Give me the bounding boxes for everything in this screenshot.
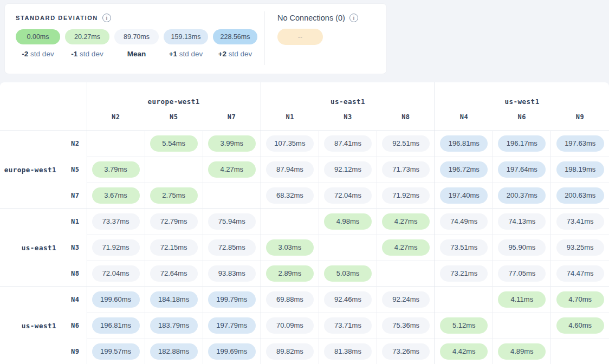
latency-cell: 200.37ms xyxy=(493,183,551,209)
latency-value-pill: 72.85ms xyxy=(208,239,256,256)
latency-value-pill: 70.09ms xyxy=(266,317,314,334)
row-node-header: N3 xyxy=(61,235,87,261)
latency-value-pill: 75.94ms xyxy=(208,213,256,230)
latency-value-pill: 184.18ms xyxy=(150,291,198,308)
latency-cell: 3.03ms xyxy=(261,235,319,261)
latency-cell: 74.47ms xyxy=(551,261,609,287)
latency-value-pill: 72.64ms xyxy=(150,265,198,282)
latency-value-pill: 73.21ms xyxy=(440,265,488,282)
latency-value-pill: 74.49ms xyxy=(440,213,488,230)
latency-value-pill: 199.57ms xyxy=(92,343,140,360)
latency-matrix-panel: europe-west1us-east1us-west1N2N5N7N1N3N8… xyxy=(0,82,609,364)
latency-value-pill: 200.63ms xyxy=(556,187,604,204)
latency-value-pill: 4.70ms xyxy=(556,291,604,308)
latency-cell: 198.19ms xyxy=(551,157,609,183)
legend-pill-label: Mean xyxy=(114,50,159,58)
row-node-header: N1 xyxy=(61,209,87,235)
latency-cell xyxy=(203,183,261,209)
latency-value-pill: 197.40ms xyxy=(440,187,488,204)
latency-cell: 183.79ms xyxy=(145,313,203,339)
latency-cell: 107.35ms xyxy=(261,131,319,157)
legend-pills: 0.00ms20.27ms89.70ms159.13ms228.56ms xyxy=(16,29,264,44)
latency-value-pill: 197.64ms xyxy=(498,161,546,178)
latency-cell: 200.63ms xyxy=(551,183,609,209)
latency-value-pill: 3.99ms xyxy=(208,135,256,152)
latency-cell: 87.41ms xyxy=(319,131,377,157)
latency-cell xyxy=(551,339,609,364)
latency-value-pill: 4.89ms xyxy=(498,343,546,360)
latency-cell xyxy=(145,157,203,183)
info-icon[interactable]: i xyxy=(349,14,358,22)
latency-value-pill: 73.26ms xyxy=(382,343,430,360)
column-node-header: N3 xyxy=(319,112,377,131)
latency-cell: 196.81ms xyxy=(87,313,145,339)
legend-pill-label: -1 std dev xyxy=(65,50,109,58)
latency-cell xyxy=(435,287,493,313)
column-node-header: N8 xyxy=(377,112,435,131)
latency-cell: 2.89ms xyxy=(261,261,319,287)
latency-cell xyxy=(319,235,377,261)
legend-pill-label: +2 std dev xyxy=(213,50,257,58)
row-node-header: N7 xyxy=(61,183,87,209)
latency-cell: 73.51ms xyxy=(435,235,493,261)
legend-pill-label: +1 std dev xyxy=(164,50,208,58)
latency-value-pill: 92.12ms xyxy=(324,161,372,178)
latency-cell: 93.83ms xyxy=(203,261,261,287)
latency-value-pill: 198.19ms xyxy=(556,161,604,178)
latency-cell: 182.88ms xyxy=(145,339,203,364)
latency-value-pill: 199.79ms xyxy=(208,291,256,308)
latency-value-pill: 89.82ms xyxy=(266,343,314,360)
latency-cell xyxy=(87,131,145,157)
latency-cell: 2.75ms xyxy=(145,183,203,209)
row-group-region: us-west1 xyxy=(0,287,61,364)
row-node-header: N5 xyxy=(61,157,87,183)
info-icon[interactable]: i xyxy=(102,14,111,22)
latency-value-pill: 72.15ms xyxy=(150,239,198,256)
latency-value-pill: 72.04ms xyxy=(324,187,372,204)
latency-value-pill: 93.83ms xyxy=(208,265,256,282)
latency-value-pill: 197.79ms xyxy=(208,317,256,334)
column-group-region: us-west1 xyxy=(435,82,609,112)
latency-value-pill: 4.42ms xyxy=(440,343,488,360)
latency-value-pill: 196.72ms xyxy=(440,161,488,178)
latency-cell: 197.64ms xyxy=(493,157,551,183)
row-node-header: N2 xyxy=(61,131,87,157)
latency-cell: 184.18ms xyxy=(145,287,203,313)
row-node-header: N6 xyxy=(61,313,87,339)
latency-value-pill: 73.51ms xyxy=(440,239,488,256)
latency-cell: 72.79ms xyxy=(145,209,203,235)
latency-cell: 3.79ms xyxy=(87,157,145,183)
matrix-row: N872.04ms72.64ms93.83ms2.89ms5.03ms73.21… xyxy=(0,261,609,287)
latency-cell: 196.72ms xyxy=(435,157,493,183)
latency-value-pill: 5.12ms xyxy=(440,317,488,334)
latency-cell: 197.63ms xyxy=(551,131,609,157)
latency-cell: 71.92ms xyxy=(87,235,145,261)
latency-value-pill: 4.27ms xyxy=(382,213,430,230)
latency-value-pill: 71.92ms xyxy=(382,187,430,204)
matrix-row: N73.67ms2.75ms68.32ms72.04ms71.92ms197.4… xyxy=(0,183,609,209)
latency-value-pill: 200.37ms xyxy=(498,187,546,204)
latency-cell: 92.51ms xyxy=(377,131,435,157)
latency-cell: 81.38ms xyxy=(319,339,377,364)
matrix-row: us-east1N173.37ms72.79ms75.94ms4.98ms4.2… xyxy=(0,209,609,235)
latency-value-pill: 3.03ms xyxy=(266,239,314,256)
latency-cell: 73.41ms xyxy=(551,209,609,235)
column-node-header: N7 xyxy=(203,112,261,131)
latency-value-pill: 199.60ms xyxy=(92,291,140,308)
latency-cell xyxy=(261,209,319,235)
latency-value-pill: 196.81ms xyxy=(92,317,140,334)
latency-cell: 4.27ms xyxy=(377,209,435,235)
latency-value-pill: 74.13ms xyxy=(498,213,546,230)
legend-title: STANDARD DEVIATION xyxy=(16,15,98,21)
latency-cell: 5.12ms xyxy=(435,313,493,339)
legend-card: STANDARD DEVIATION i 0.00ms20.27ms89.70m… xyxy=(4,3,387,74)
latency-value-pill: 4.27ms xyxy=(208,161,256,178)
latency-cell: 5.03ms xyxy=(319,261,377,287)
no-connections-pill: -- xyxy=(277,29,323,45)
latency-cell: 92.24ms xyxy=(377,287,435,313)
latency-value-pill: 4.27ms xyxy=(382,239,430,256)
column-group-region: us-east1 xyxy=(261,82,435,112)
legend-pill: 20.27ms xyxy=(65,29,109,44)
latency-cell: 4.42ms xyxy=(435,339,493,364)
latency-value-pill: 68.32ms xyxy=(266,187,314,204)
